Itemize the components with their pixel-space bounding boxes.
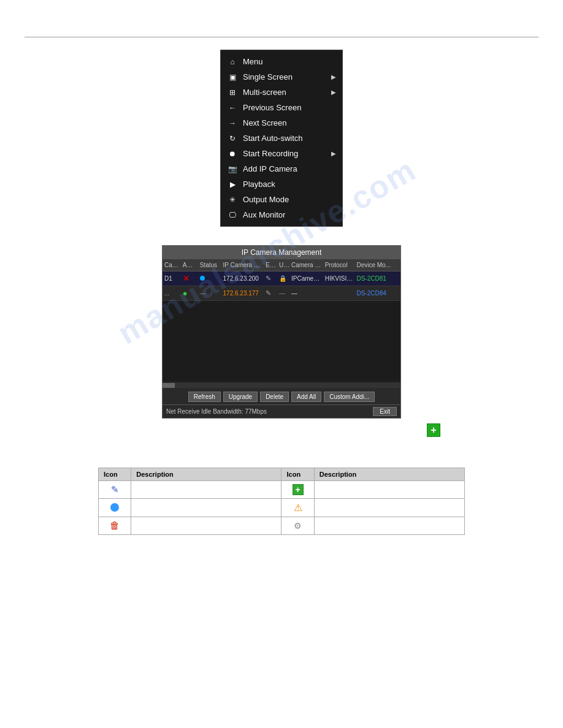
row-edit[interactable]: ✎ — [264, 273, 277, 284]
edit-pencil-icon: ✎ — [111, 484, 119, 495]
delete-trash-icon: 🗑 — [110, 520, 120, 531]
single-screen-icon: ▣ — [227, 73, 238, 82]
arrow-icon: ▶ — [331, 89, 336, 96]
col-header-up: Up... — [277, 260, 289, 270]
next-screen-icon: → — [227, 119, 238, 127]
legend-col-header-icon1: Icon — [99, 468, 131, 481]
row-add: ✕ — [181, 273, 198, 284]
dialog-title: IP Camera Management — [163, 246, 400, 259]
col-header-status: Status — [198, 260, 221, 270]
pencil-icon: ✎ — [266, 289, 271, 297]
menu-item-multi-screen[interactable]: ⊞ Multi-screen ▶ — [221, 85, 342, 100]
table-row: D1 ✕ 172.6.23.200 ✎ 🔒 IPCamera 02 HIKVIS… — [163, 271, 400, 286]
row-ip: 172.6.23.177 — [221, 289, 264, 298]
row-up: 🔒 — [277, 274, 289, 283]
row-cam: D1 — [163, 274, 181, 283]
menu-item-previous-screen[interactable]: ← Previous Screen — [221, 100, 342, 115]
lock-icon: 🔒 — [279, 275, 286, 282]
menu-item-start-recording[interactable]: ⏺ Start Recording ▶ — [221, 146, 342, 161]
menu-item-single-screen[interactable]: ▣ Single Screen ▶ — [221, 69, 342, 85]
legend-icon-config: ⚙ — [282, 517, 314, 535]
status-bar: Net Receive Idle Bandwidth: 77Mbps Exit — [163, 404, 400, 418]
aux-monitor-icon: 🖵 — [227, 211, 238, 219]
arrow-icon: ▶ — [331, 74, 336, 80]
legend-col-header-desc2: Description — [314, 468, 464, 481]
green-plus-container: + — [0, 423, 440, 437]
scrollbar-thumb[interactable] — [163, 383, 175, 388]
auto-switch-icon: ↻ — [227, 134, 238, 143]
menu-item-output-mode[interactable]: ✳ Output Mode — [221, 192, 342, 207]
row-camname: IPCamera 02 — [289, 274, 323, 283]
menu-item-add-ip-camera[interactable]: 📷 Add IP Camera — [221, 161, 342, 176]
col-header-protocol: Protocol — [323, 260, 355, 270]
online-dot-icon — [110, 503, 119, 512]
table-header: Cam... Add/De... Status IP Camera A... E… — [163, 259, 400, 271]
custom-add-button[interactable]: Custom Addi... — [324, 392, 375, 402]
legend-row: ⚠ — [99, 499, 465, 517]
col-header-ip: IP Camera A... — [221, 260, 264, 270]
bandwidth-text: Net Receive Idle Bandwidth: 77Mbps — [166, 408, 267, 415]
row-status: — — [198, 289, 221, 298]
legend-desc-delete — [131, 517, 282, 535]
legend-icon-delete: 🗑 — [99, 517, 131, 535]
legend-desc-add — [314, 481, 464, 499]
row-edit[interactable]: ✎ — [264, 288, 277, 298]
legend-container: Icon Description Icon Description ✎ + — [98, 468, 465, 535]
add-camera-icon: 📷 — [227, 165, 238, 173]
legend-row: 🗑 ⚙ — [99, 517, 465, 535]
ip-camera-dialog-container: IP Camera Management Cam... Add/De... St… — [0, 245, 563, 419]
add-green-icon: + — [293, 484, 304, 495]
col-header-add: Add/De... — [181, 260, 198, 270]
row-protocol: HIKVISION — [323, 274, 355, 283]
refresh-button[interactable]: Refresh — [188, 392, 221, 402]
legend-desc-edit — [131, 481, 282, 499]
delete-button[interactable]: Delete — [260, 392, 289, 402]
menu-item-start-auto-switch[interactable]: ↻ Start Auto-switch — [221, 131, 342, 146]
add-camera-plus-button[interactable]: + — [427, 423, 440, 437]
row-status — [198, 274, 221, 283]
legend-icon-add: + — [282, 481, 314, 499]
legend-table: Icon Description Icon Description ✎ + — [98, 468, 465, 535]
horizontal-scrollbar[interactable] — [163, 383, 400, 388]
prev-screen-icon: ← — [227, 104, 238, 112]
footer-buttons: Refresh Upgrade Delete Add All Custom Ad… — [163, 389, 400, 404]
menu-item-next-screen[interactable]: → Next Screen — [221, 115, 342, 131]
delete-x-icon: ✕ — [183, 274, 190, 283]
row-camname: — — [289, 289, 323, 298]
table-body: D1 ✕ 172.6.23.200 ✎ 🔒 IPCamera 02 HIKVIS… — [163, 271, 400, 382]
pencil-icon: ✎ — [266, 275, 271, 282]
status-online-icon — [200, 276, 205, 281]
menu-item-playback[interactable]: ▶ Playback — [221, 176, 342, 192]
exit-button[interactable]: Exit — [373, 407, 397, 416]
add-dot-icon: ● — [183, 289, 188, 298]
add-all-button[interactable]: Add All — [291, 392, 321, 402]
row-up: — — [277, 289, 289, 298]
row-protocol — [323, 292, 355, 295]
upgrade-button[interactable]: Upgrade — [223, 392, 258, 402]
multi-screen-icon: ⊞ — [227, 88, 238, 97]
top-divider — [25, 37, 538, 37]
menu-item-aux-monitor[interactable]: 🖵 Aux Monitor — [221, 207, 342, 222]
context-menu: ⌂ Menu ▣ Single Screen ▶ ⊞ Multi-screen … — [220, 50, 343, 227]
row-ip: 172.6.23.200 — [221, 274, 264, 283]
home-icon: ⌂ — [227, 58, 238, 66]
output-mode-icon: ✳ — [227, 195, 238, 204]
row-device: DS-2CD84 — [354, 289, 400, 298]
col-header-cam: Cam... — [163, 260, 181, 270]
row-add: ● — [181, 287, 198, 299]
ip-camera-dialog: IP Camera Management Cam... Add/De... St… — [162, 245, 401, 419]
context-menu-container: ⌂ Menu ▣ Single Screen ▶ ⊞ Multi-screen … — [0, 50, 563, 227]
menu-item-menu[interactable]: ⌂ Menu — [221, 54, 342, 69]
playback-icon: ▶ — [227, 180, 238, 189]
dash-icon: — — [279, 290, 285, 297]
config-gear-icon: ⚙ — [294, 521, 302, 531]
arrow-icon: ▶ — [331, 150, 336, 157]
col-header-edit: Edit — [264, 260, 277, 270]
legend-col-header-icon2: Icon — [282, 468, 314, 481]
row-device: DS-2CD81 — [354, 274, 400, 283]
col-header-device: Device Mo... — [354, 260, 400, 270]
warning-triangle-icon: ⚠ — [294, 502, 302, 513]
row-cam: ... — [163, 289, 181, 298]
legend-icon-warning: ⚠ — [282, 499, 314, 517]
table-row: ... ● — 172.6.23.177 ✎ — — DS-2CD84 — [163, 286, 400, 301]
